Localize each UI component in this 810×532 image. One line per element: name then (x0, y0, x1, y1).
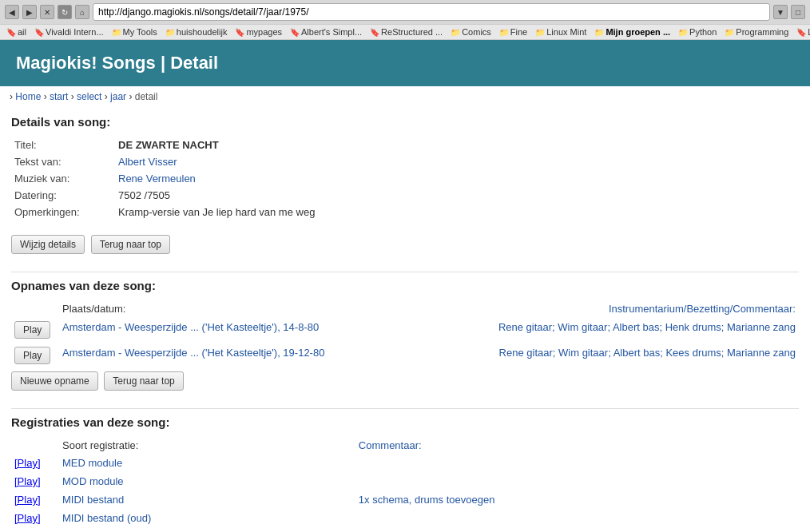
reg-play-link-0[interactable]: [Play] (14, 457, 41, 469)
tekst-link[interactable]: Albert Visser (118, 156, 177, 168)
registration-row: [Play] MOD module (11, 472, 799, 490)
recordings-button-row: Nieuwe opname Terug naar top (11, 368, 799, 394)
wijzig-details-button[interactable]: Wijzig details (11, 235, 85, 254)
bookmark-icon: 🔖 (370, 28, 379, 37)
bookmark-mijngroepen[interactable]: 📁 Mijn groepen ... (591, 26, 673, 38)
details-section-title: Details van song: (11, 115, 799, 129)
reg-type-link-2[interactable]: MIDI bestand (62, 494, 124, 506)
forward-button[interactable]: ▶ (22, 5, 37, 19)
back-button[interactable]: ◀ (5, 5, 19, 19)
bookmark-label: ReStructured ... (381, 27, 443, 37)
bookmark-vivaldi[interactable]: 🔖 Vivaldi Intern... (31, 26, 107, 38)
bookmarks-bar: 🔖 ail 🔖 Vivaldi Intern... 📁 My Tools 📁 h… (0, 25, 810, 39)
menu-button[interactable]: ▼ (773, 5, 788, 19)
bookmark-icon: 📁 (594, 28, 604, 37)
muziek-link[interactable]: Rene Vermeulen (118, 173, 196, 185)
titel-value: DE ZWARTE NACHT (115, 137, 799, 153)
instruments-1: Rene gitaar; Wim gitaar; Albert bas; Kee… (407, 343, 799, 368)
page-title: Magiokis! Songs | Detail (16, 53, 794, 73)
bookmark-comics[interactable]: 📁 Comics (447, 26, 494, 38)
bookmark-linuxmint[interactable]: 📁 Linux Mint (532, 26, 590, 38)
reg-play-link-1[interactable]: [Play] (14, 475, 41, 487)
table-row: Muziek van: Rene Vermeulen (11, 170, 799, 187)
tekst-value: Albert Visser (115, 153, 799, 170)
bookmark-learn[interactable]: 🔖 Learn | Codec... (793, 26, 810, 38)
bookmark-icon: 🔖 (235, 28, 244, 37)
bookmark-label: Programming (736, 27, 788, 37)
recording-location-link-0[interactable]: Amsterdam - Weesperzijde ... ('Het Kaste… (62, 321, 319, 333)
bookmark-label: mypages (246, 27, 282, 37)
bookmark-icon: 📁 (535, 28, 545, 37)
window-button[interactable]: □ (791, 5, 805, 19)
bookmark-restructured[interactable]: 🔖 ReStructured ... (367, 26, 446, 38)
bookmark-label: My Tools (123, 27, 157, 37)
datering-label: Datering: (11, 187, 115, 204)
bookmark-icon: 🔖 (796, 28, 806, 37)
bookmark-huishoudelijk[interactable]: 📁 huishoudelijk (162, 26, 231, 38)
bookmark-label: Comics (462, 27, 491, 37)
bookmark-fine[interactable]: 📁 Fine (496, 26, 530, 38)
recording-row: Play Amsterdam - Weesperzijde ... ('Het … (11, 343, 799, 368)
titel-label: Titel: (11, 137, 115, 153)
bookmark-alberts[interactable]: 🔖 Albert's Simpl... (287, 26, 365, 38)
tekst-label: Tekst van: (11, 153, 115, 170)
bookmark-mytools[interactable]: 📁 My Tools (109, 26, 161, 38)
muziek-label: Muziek van: (11, 170, 115, 187)
table-row: Opmerkingen: Kramp-versie van Je liep ha… (11, 204, 799, 220)
registration-row: [Play] MIDI bestand (oud) (11, 527, 799, 532)
bookmark-label: Python (689, 27, 717, 37)
bookmark-mypages[interactable]: 🔖 mypages (232, 26, 285, 38)
breadcrumb-home[interactable]: Home (15, 91, 41, 102)
reg-type-link-3[interactable]: MIDI bestand (oud) (62, 512, 151, 524)
refresh-button[interactable]: ↻ (58, 5, 72, 19)
bookmark-label: Linux Mint (546, 27, 586, 37)
col-soort-header: Soort registratie: (59, 437, 355, 454)
breadcrumb-jaar[interactable]: jaar (110, 91, 126, 102)
bookmark-ail[interactable]: 🔖 ail (3, 26, 30, 38)
reg-type-link-1[interactable]: MOD module (62, 475, 124, 487)
breadcrumb: › Home › start › select › jaar › detail (0, 86, 810, 107)
registration-row: [Play] MED module (11, 454, 799, 472)
reg-play-link-3[interactable]: [Play] (14, 512, 41, 524)
bookmark-programming[interactable]: 📁 Programming (721, 26, 792, 38)
registration-row: [Play] MIDI bestand (oud) (11, 509, 799, 527)
play-button-0[interactable]: Play (14, 321, 50, 339)
home-button[interactable]: ⌂ (75, 5, 89, 19)
bookmark-icon: 📁 (112, 28, 121, 37)
recordings-header-row: Plaats/datum: Instrumentarium/Bezetting/… (11, 300, 799, 317)
play-button-1[interactable]: Play (14, 347, 50, 364)
terug-naar-top-button-1[interactable]: Terug naar top (91, 235, 170, 254)
breadcrumb-select[interactable]: select (77, 91, 101, 102)
bookmark-icon: 📁 (451, 28, 460, 37)
details-button-row: Wijzig details Terug naar top (11, 232, 799, 257)
address-bar[interactable] (93, 3, 770, 21)
details-table: Titel: DE ZWARTE NACHT Tekst van: Albert… (11, 137, 799, 220)
nieuwe-opname-button[interactable]: Nieuwe opname (11, 371, 98, 391)
bookmark-icon: 🔖 (34, 28, 44, 37)
recordings-section: Opnames van deze song: Plaats/datum: Ins… (11, 279, 799, 394)
table-row: Titel: DE ZWARTE NACHT (11, 137, 799, 153)
reg-type-link-0[interactable]: MED module (62, 457, 122, 469)
reg-comment-2: 1x schema, drums toevoegen (355, 490, 799, 509)
col-play-header (11, 300, 59, 317)
bookmark-icon: 📁 (725, 28, 734, 37)
recording-location-link-1[interactable]: Amsterdam - Weesperzijde ... ('Het Kaste… (62, 347, 324, 359)
breadcrumb-start[interactable]: start (50, 91, 68, 102)
registrations-section: Registraties van deze song: Soort regist… (11, 415, 799, 532)
muziek-value: Rene Vermeulen (115, 170, 799, 187)
details-section: Details van song: Titel: DE ZWARTE NACHT… (11, 115, 799, 257)
stop-button[interactable]: ✕ (40, 5, 54, 19)
browser-chrome: ◀ ▶ ✕ ↻ ⌂ ▼ □ 🔖 ail 🔖 Vivaldi Intern... … (0, 0, 810, 40)
col-instr-header: Instrumentarium/Bezetting/Commentaar: (407, 300, 799, 317)
reg-comment-1 (355, 472, 799, 490)
reg-play-link-2[interactable]: [Play] (14, 494, 41, 506)
breadcrumb-current: detail (135, 91, 158, 102)
col-comment-header: Commentaar: (355, 437, 799, 454)
recording-row: Play Amsterdam - Weesperzijde ... ('Het … (11, 317, 799, 343)
page-header: Magiokis! Songs | Detail (0, 40, 810, 86)
bookmark-python[interactable]: 📁 Python (675, 26, 720, 38)
reg-comment-3 (355, 509, 799, 527)
bookmark-label: Vivaldi Intern... (46, 27, 104, 37)
bookmark-label: huishoudelijk (177, 27, 228, 37)
terug-naar-top-button-2[interactable]: Terug naar top (104, 371, 183, 391)
